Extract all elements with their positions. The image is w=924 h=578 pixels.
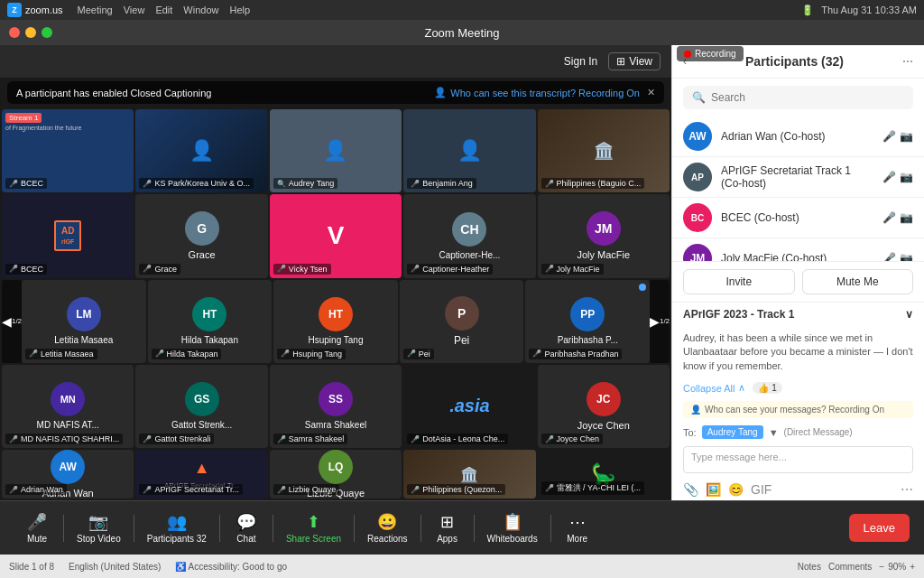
tile-name-adrian-wan: 🎤 Adrian Wan	[5, 484, 67, 495]
language-label: English (United States)	[69, 562, 161, 572]
chat-button[interactable]: 💬 Chat	[224, 508, 269, 547]
mute-button[interactable]: 🎤 Mute	[14, 508, 60, 547]
comments-button[interactable]: Comments	[828, 562, 872, 572]
tile-lizbie: LQ Lizbie Quaye 🎤 Lizbie Quaye	[270, 450, 402, 499]
tile-name-philippines-quezon: 🎤 Philippines (Quezon...	[407, 484, 505, 495]
whiteboards-button[interactable]: 📋 Whiteboards	[478, 508, 547, 547]
chat-header[interactable]: APrIGF 2023 - Track 1 ∨	[672, 303, 924, 326]
menu-edit[interactable]: Edit	[155, 5, 172, 15]
tile-name-grace: 🎤 Grace	[139, 264, 180, 275]
participant-item-aprigf: AP APrIGF Secretariat Track 1 (Co-host) …	[672, 157, 924, 198]
close-button[interactable]	[9, 27, 20, 38]
tile-name-vicky-tsen: 🎤 Vicky Tsen	[273, 264, 331, 275]
menu-bar: Z zoom.us Meeting View Edit Window Help …	[0, 0, 924, 20]
more-options-icon[interactable]: ⋯	[901, 482, 913, 497]
stop-video-button[interactable]: 📷 Stop Video	[68, 508, 130, 547]
share-screen-button[interactable]: ⬆ Share Screen	[277, 508, 350, 547]
participant-icons-joly: 🎤 📷	[882, 252, 913, 261]
video-off-icon: 📷	[900, 130, 913, 143]
caption-text: A participant has enabled Closed Caption…	[16, 88, 427, 98]
blue-dot-indicator	[639, 284, 646, 291]
video-grid: Stream 1 of Fragmentation the future 🎤 B…	[0, 107, 671, 500]
reactions-button[interactable]: 😀 Reactions	[358, 508, 416, 547]
search-input[interactable]	[711, 91, 904, 104]
window-controls	[9, 27, 52, 38]
collapse-all-button[interactable]: Collapse All ∧	[683, 382, 745, 394]
menu-meeting[interactable]: Meeting	[78, 5, 113, 15]
participants-label: Participants 32	[147, 534, 207, 544]
more-icon: ⋯	[569, 512, 586, 532]
toolbar-divider-6	[420, 515, 421, 542]
zoom-level-label: 90%	[888, 562, 906, 572]
minimize-button[interactable]	[25, 27, 36, 38]
search-icon: 🔍	[692, 91, 706, 104]
video-row-5: AW Adrian Wan 🎤 Adrian Wan ▲ APrIGF Secr…	[2, 450, 670, 499]
next-page-button[interactable]: ▶ 1/2	[650, 280, 670, 363]
gif-icon[interactable]: GIF	[751, 482, 772, 497]
tile-samra: SS Samra Shakeel 🎤 Samra Shakeel	[270, 365, 402, 448]
participant-icons-adrian: 🎤 📷	[882, 130, 913, 143]
apps-icon: ⊞	[440, 512, 454, 532]
mic-icon-hilda: 🎤	[155, 350, 164, 358]
to-person-badge[interactable]: Audrey Tang	[702, 425, 763, 439]
menu-view[interactable]: View	[124, 5, 145, 15]
participants-button[interactable]: 👥 Participants 32	[138, 508, 216, 547]
avatar-joly: JM	[683, 244, 712, 261]
mic-icon-audrey: 🔍	[277, 180, 286, 188]
menu-window[interactable]: Window	[183, 5, 218, 15]
sign-in-button[interactable]: Sign In	[564, 55, 597, 68]
caption-link[interactable]: 👤 Who can see this transcript? Recording…	[434, 87, 640, 98]
zoom-in-button[interactable]: +	[910, 562, 915, 572]
mic-muted-icon-4: 🎤	[882, 252, 896, 261]
sidebar-options-icon[interactable]: ⋯	[902, 55, 913, 68]
maximize-button[interactable]	[42, 27, 52, 38]
accessibility-label: ♿ Accessibility: Good to go	[175, 562, 287, 572]
participant-item-bcec: BC BCEC (Co-host) 🎤 📷	[672, 198, 924, 238]
grid-icon: ⊞	[616, 55, 625, 68]
leave-button[interactable]: Leave	[849, 514, 910, 542]
video-row-2: ADrIGF 🎤 BCEC G Grace 🎤 Grace	[2, 194, 670, 277]
file-icon[interactable]: 📎	[683, 482, 698, 497]
invite-button[interactable]: Invite	[683, 269, 795, 294]
tile-joyce-chen: JC Joyce Chen 🎤 Joyce Chen	[538, 365, 670, 448]
mic-icon-quezon: 🎤	[411, 486, 420, 494]
participants-icon: 👥	[167, 512, 187, 532]
mic-icon-pei: 🎤	[407, 350, 416, 358]
tile-name-philippines-baguio: 🎤 Philippines (Baguio C...	[541, 178, 645, 189]
image-icon[interactable]: 🖼️	[706, 482, 721, 497]
person-icon-2: 👤	[690, 405, 701, 415]
mic-icon-ks: 🎤	[143, 180, 152, 188]
reactions-icon: 😀	[377, 512, 397, 532]
emoji-icon[interactable]: 😊	[728, 482, 744, 497]
mute-me-button[interactable]: Mute Me	[802, 269, 914, 294]
chat-toolbar: 📎 🖼️ 😊 GIF ⋯	[672, 479, 924, 500]
menu-help[interactable]: Help	[229, 5, 250, 15]
search-bar[interactable]: 🔍	[683, 86, 913, 109]
chat-message: Audrey, it has been a while since we met…	[672, 326, 924, 378]
chat-input[interactable]: Type message here...	[683, 446, 913, 473]
window-title: Zoom Meeting	[424, 26, 499, 40]
sidebar-action-buttons: Invite Mute Me	[672, 261, 924, 302]
view-button[interactable]: ⊞ View	[608, 52, 661, 70]
notes-button[interactable]: Notes	[798, 562, 821, 572]
participant-name-bcec: BCEC (Co-host)	[721, 211, 873, 224]
person-icon: 👤	[434, 87, 447, 98]
bottom-toolbar: 🎤 Mute 📷 Stop Video 👥 Participants 32 💬 …	[0, 500, 924, 555]
zoom-out-button[interactable]: −	[879, 562, 884, 572]
whiteboards-icon: 📋	[503, 512, 522, 532]
whiteboards-label: Whiteboards	[487, 534, 538, 544]
mic-muted-icon: 🎤	[882, 130, 896, 143]
more-button[interactable]: ⋯ More	[555, 508, 600, 547]
tile-hsuping: HT Hsuping Tang 🎤 Hsuping Tang	[273, 280, 398, 363]
toolbar-divider-3	[219, 515, 220, 542]
tile-benjamin-ang: 👤 🎤 Benjamin Ang	[403, 109, 535, 192]
caption-close-button[interactable]: ✕	[647, 87, 655, 98]
chat-icon: 💬	[236, 512, 256, 532]
apps-button[interactable]: ⊞ Apps	[425, 508, 470, 547]
participant-name-aprigf: APrIGF Secretariat Track 1 (Co-host)	[721, 164, 873, 190]
prev-page-button[interactable]: ◀ 1/2	[2, 280, 22, 363]
app-logo: Z zoom.us	[7, 3, 63, 17]
dropdown-icon[interactable]: ▼	[769, 427, 779, 438]
tile-name-letitia: 🎤 Letitia Masaea	[25, 349, 97, 359]
status-bar: Slide 1 of 8 English (United States) ♿ A…	[0, 555, 924, 578]
